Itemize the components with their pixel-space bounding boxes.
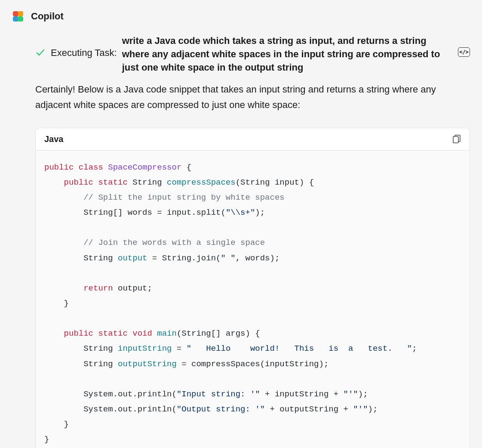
copy-icon (453, 135, 461, 143)
task-row: Executing Task: write a Java code which … (35, 34, 470, 74)
app-header: Copilot (12, 10, 470, 22)
code-content[interactable]: public class SpaceCompressor { public st… (36, 151, 470, 448)
code-block-header: Java (36, 128, 470, 151)
copilot-logo-icon (12, 10, 24, 22)
app-title: Copilot (31, 11, 64, 22)
copy-code-button[interactable] (452, 134, 461, 144)
svg-rect-0 (453, 136, 458, 143)
task-label: Executing Task: (51, 47, 117, 59)
response-intro-text: Certainly! Below is a Java code snippet … (35, 82, 470, 112)
check-icon (35, 47, 46, 58)
code-block: Java public class SpaceCompressor { publ… (35, 128, 470, 448)
code-language-label: Java (44, 134, 64, 144)
view-code-button[interactable]: </> (458, 47, 470, 57)
task-description: write a Java code which takes a string a… (122, 34, 453, 74)
